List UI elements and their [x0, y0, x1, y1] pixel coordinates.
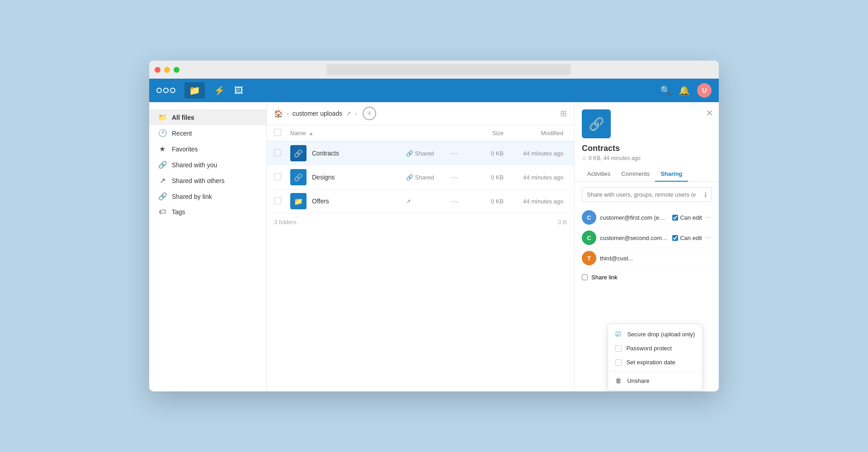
logo-circle-2: [163, 88, 169, 93]
file-modified: 44 minutes ago: [504, 174, 567, 181]
files-nav-icon[interactable]: 📁: [184, 82, 205, 99]
table-row[interactable]: 📁 Offers ↗ ··· 0 KB 44 minutes ago: [267, 189, 574, 213]
sidebar-item-label: Shared with others: [172, 177, 225, 184]
search-icon[interactable]: 🔍: [660, 85, 671, 96]
dropdown-item-expiration[interactable]: Set expiration date: [608, 355, 702, 369]
tab-activities[interactable]: Activities: [582, 167, 616, 182]
tab-sharing[interactable]: Sharing: [655, 167, 688, 182]
row-checkbox[interactable]: [274, 197, 290, 206]
folder-icon: 📁: [290, 193, 307, 209]
detail-title: Contracts: [582, 144, 712, 153]
sidebar-item-shared-with-others[interactable]: ↗ Shared with others: [149, 173, 266, 188]
sidebar-item-shared-with-you[interactable]: 🔗 Shared with you: [149, 157, 266, 173]
star-icon[interactable]: ☆: [582, 155, 587, 161]
user-avatar-2: C: [582, 231, 596, 245]
breadcrumb-share-icon[interactable]: ↗: [346, 110, 351, 117]
logo: [156, 88, 175, 93]
title-bar: [149, 61, 719, 79]
sidebar-item-recent[interactable]: 🕐 Recent: [149, 125, 266, 141]
sidebar-item-label: Shared with you: [172, 161, 217, 169]
file-shared-status: ↗: [406, 198, 451, 205]
grid-view-toggle[interactable]: ⊞: [560, 108, 567, 118]
breadcrumb-folder: customer uploads: [292, 110, 343, 117]
sidebar-item-favorites[interactable]: ★ Favorites: [149, 141, 266, 157]
add-folder-button[interactable]: +: [363, 107, 376, 120]
tab-comments[interactable]: Comments: [616, 167, 655, 182]
row-checkbox[interactable]: [274, 173, 290, 182]
shared-link-icon: 🔗: [406, 150, 413, 157]
header-modified[interactable]: Modified: [504, 130, 567, 137]
detail-panel: ✕ 🔗 Contracts ☆ 0 KB, 44 minutes ago Act…: [574, 102, 719, 391]
folder-count: 3 folders: [274, 219, 297, 226]
share-link-checkbox[interactable]: [582, 274, 588, 280]
file-shared-status: 🔗 Shared: [406, 174, 451, 181]
dropdown-menu: ☑ Secure drop (upload only) Password pro…: [608, 324, 703, 391]
folder-icon: 🔗: [290, 169, 307, 185]
recent-icon: 🕐: [158, 129, 166, 137]
notifications-icon[interactable]: 🔔: [679, 85, 690, 96]
share-user-row: T third@cust...: [582, 248, 712, 268]
file-shared-status: 🔗 Shared: [406, 150, 451, 157]
select-all-checkbox[interactable]: [274, 129, 281, 136]
detail-header: 🔗: [575, 102, 719, 138]
row-more-button[interactable]: ···: [451, 173, 467, 182]
row-more-button[interactable]: ···: [451, 197, 467, 206]
detail-folder-icon: 🔗: [582, 109, 611, 138]
user-permission-2: Can edit: [672, 235, 702, 241]
photos-nav-icon[interactable]: 🖼: [234, 85, 243, 96]
sidebar-item-label: Tags: [172, 208, 185, 216]
file-size: 0 KB: [467, 150, 504, 157]
user-name-3: third@cust...: [600, 255, 704, 262]
home-breadcrumb[interactable]: 🏠: [274, 109, 283, 118]
user-avatar[interactable]: U: [697, 83, 712, 98]
permission-label-1: Can edit: [680, 214, 702, 221]
row-checkbox[interactable]: [274, 149, 290, 158]
sort-indicator: ▲: [308, 130, 314, 137]
user-info-1: customer@first.com (em...: [600, 214, 669, 221]
table-row[interactable]: 🔗 Contracts 🔗 Shared ··· 0 KB 44 minutes…: [267, 141, 574, 165]
share-user-row: C customer@first.com (em... Can edit ···: [582, 207, 712, 228]
user-info-2: customer@second.com (e...: [600, 235, 669, 241]
dropdown-item-secure-drop[interactable]: ☑ Secure drop (upload only): [608, 327, 702, 341]
shared-with-you-icon: 🔗: [158, 160, 166, 169]
activity-nav-icon[interactable]: ⚡: [214, 85, 225, 96]
user-can-edit-checkbox-1[interactable]: [672, 215, 678, 221]
close-detail-button[interactable]: ✕: [706, 108, 713, 118]
trash-icon: 🗑: [615, 377, 623, 384]
dropdown-item-unshare[interactable]: 🗑 Unshare: [608, 373, 702, 388]
file-area: 🏠 › customer uploads ↗ › + ⊞ Name: [267, 102, 574, 391]
sidebar-item-all-files[interactable]: 📁 All files: [149, 109, 266, 125]
header-name[interactable]: Name ▲: [290, 130, 406, 137]
shared-link-icon: 🔗: [406, 174, 413, 181]
detail-meta-text: 0 KB, 44 minutes ago: [589, 155, 641, 161]
logo-circle-3: [170, 88, 175, 93]
header-size[interactable]: Size: [467, 130, 504, 137]
dropdown-separator: [608, 371, 702, 372]
sidebar-item-shared-by-link[interactable]: 🔗 Shared by link: [149, 188, 266, 204]
file-size: 0 KB: [467, 198, 504, 205]
share-link-row: Share link: [582, 274, 712, 281]
row-more-button[interactable]: ···: [451, 149, 467, 158]
file-name: Contracts: [312, 150, 406, 157]
share-info-icon[interactable]: ℹ: [700, 191, 711, 198]
share-input[interactable]: [582, 188, 700, 202]
close-button[interactable]: [155, 67, 160, 73]
sidebar-item-tags[interactable]: 🏷 Tags: [149, 204, 266, 220]
user-more-button-2[interactable]: ···: [706, 234, 712, 242]
dropdown-item-label: Unshare: [627, 377, 649, 384]
share-input-row: ℹ: [582, 187, 712, 202]
folder-icon: 🔗: [290, 145, 307, 161]
file-table-footer: 3 folders 0 B: [267, 213, 574, 231]
minimize-button[interactable]: [164, 67, 170, 73]
dropdown-item-password-protect[interactable]: Password protect: [608, 341, 702, 355]
breadcrumb-nav-forward[interactable]: ›: [355, 110, 357, 117]
file-name: Offers: [312, 198, 406, 205]
user-more-button-1[interactable]: ···: [706, 213, 712, 221]
sidebar-item-label: Favorites: [172, 146, 198, 153]
total-size: 0 B: [558, 219, 567, 226]
table-row[interactable]: 🔗 Designs 🔗 Shared ··· 0 KB 44 minutes a…: [267, 165, 574, 189]
user-can-edit-checkbox-2[interactable]: [672, 235, 678, 241]
address-bar[interactable]: [326, 64, 571, 75]
maximize-button[interactable]: [174, 67, 179, 73]
file-modified: 44 minutes ago: [504, 198, 567, 205]
